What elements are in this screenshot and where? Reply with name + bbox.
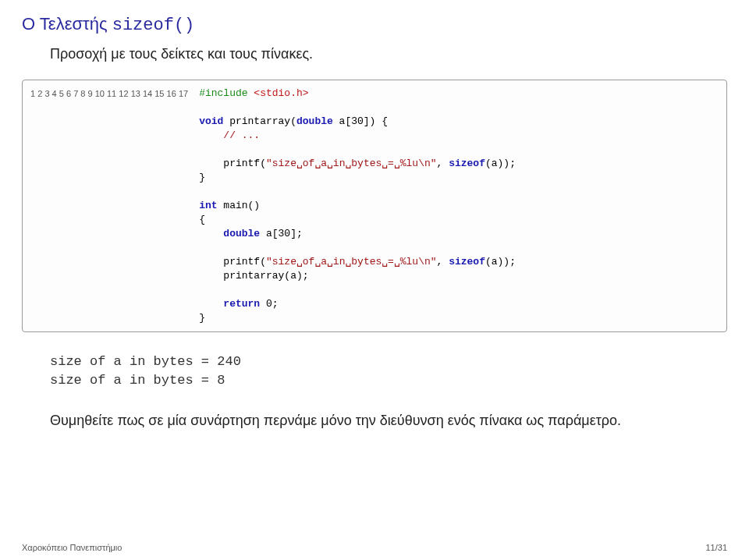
output-line: size of a in bytes = 8 xyxy=(50,371,727,390)
code-token: 0; xyxy=(260,298,278,310)
code-token: #include xyxy=(199,87,247,99)
lineno: 8 xyxy=(80,89,85,98)
code-token: int xyxy=(199,200,217,211)
code-token: () xyxy=(248,200,261,211)
code-token: (a)); xyxy=(485,158,516,169)
code-token: } xyxy=(199,312,205,324)
lineno: 16 xyxy=(167,89,176,98)
code-token: (a); xyxy=(284,270,308,282)
lineno: 1 xyxy=(30,89,35,98)
code-token: sizeof xyxy=(449,256,485,268)
code-token: printarray xyxy=(199,270,284,282)
lineno: 5 xyxy=(59,89,64,98)
lineno: 17 xyxy=(179,89,188,98)
code-token: printf xyxy=(199,158,260,169)
code-lines: #include <stdio.h> void printarray(doubl… xyxy=(199,87,516,325)
slide-content: Ο Τελεστής sizeof() Προσοχή με τους δείκ… xyxy=(0,0,749,431)
code-token: return xyxy=(223,298,260,310)
lineno: 9 xyxy=(88,89,93,98)
lineno: 7 xyxy=(73,89,78,98)
code-token: a[30]) { xyxy=(333,115,388,127)
lineno: 4 xyxy=(52,89,57,98)
code-token: sizeof xyxy=(449,158,485,169)
code-token: "size␣of␣a␣in␣bytes␣=␣%lu\n" xyxy=(266,158,437,169)
lineno: 2 xyxy=(37,89,42,98)
program-output: size of a in bytes = 240 size of a in by… xyxy=(50,353,727,390)
lineno: 6 xyxy=(66,89,71,98)
code-token: <stdio.h> xyxy=(248,87,309,99)
lineno: 13 xyxy=(131,89,140,98)
footer-right: 11/31 xyxy=(705,543,727,552)
code-token: ( xyxy=(260,158,266,169)
code-token: , xyxy=(437,256,449,268)
code-token: ( xyxy=(260,256,266,268)
code-token xyxy=(199,228,223,239)
code-token: , xyxy=(437,158,449,169)
line-numbers: 1 2 3 4 5 6 7 8 9 10 11 12 13 14 15 16 1… xyxy=(30,87,199,325)
lineno: 10 xyxy=(95,89,105,98)
lineno: 3 xyxy=(44,89,49,98)
lineno: 11 xyxy=(107,89,116,98)
code-token: main xyxy=(218,200,248,211)
title-prefix: Ο Τελεστής xyxy=(22,14,112,34)
code-block: 1 2 3 4 5 6 7 8 9 10 11 12 13 14 15 16 1… xyxy=(22,80,727,332)
lineno: 14 xyxy=(143,89,152,98)
title-keyword: sizeof() xyxy=(112,16,195,35)
output-line: size of a in bytes = 240 xyxy=(50,353,727,371)
code-token: printarray xyxy=(223,115,290,127)
code-token: { xyxy=(199,214,205,225)
code-token: } xyxy=(199,172,205,183)
slide-title: Ο Τελεστής sizeof() xyxy=(22,14,727,35)
slide-footer: Χαροκόπειο Πανεπιστήμιο 11/31 xyxy=(22,543,727,552)
slide-subtitle: Προσοχή με τους δείκτες και τους πίνακες… xyxy=(50,46,727,62)
code-token: void xyxy=(199,115,223,127)
code-token: // ... xyxy=(199,129,260,141)
lineno: 15 xyxy=(154,89,164,98)
code-token: double xyxy=(296,115,333,127)
code-token: printf xyxy=(199,256,260,268)
footer-left: Χαροκόπειο Πανεπιστήμιο xyxy=(22,543,122,552)
slide-note: Θυμηθείτε πως σε μία συνάρτηση περνάμε μ… xyxy=(50,410,704,431)
code-token xyxy=(199,298,223,310)
code-token: double xyxy=(223,228,260,239)
code-token: a[30]; xyxy=(260,228,303,239)
code-token: "size␣of␣a␣in␣bytes␣=␣%lu\n" xyxy=(266,256,437,268)
lineno: 12 xyxy=(119,89,128,98)
code-token: ( xyxy=(290,115,296,127)
code-token: (a)); xyxy=(485,256,516,268)
